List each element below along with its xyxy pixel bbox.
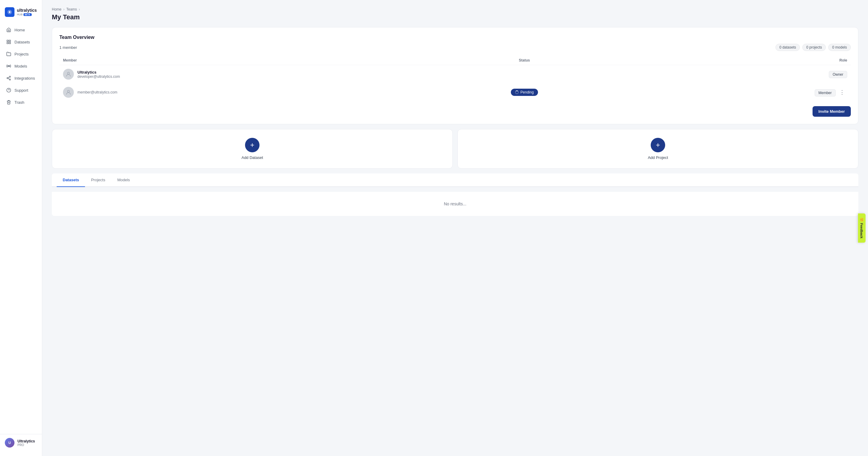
- member-details-1: Ultralytics developer@ultralytics.com: [78, 70, 120, 79]
- datasets-icon: [6, 39, 11, 45]
- add-dataset-icon: +: [245, 138, 259, 152]
- member-role-1: Owner: [623, 65, 851, 84]
- sidebar-item-datasets[interactable]: Datasets: [2, 36, 39, 48]
- col-status: Status: [426, 56, 623, 65]
- member-email-2: member@ultralytics.com: [78, 90, 117, 94]
- sidebar-nav: Home Datasets Projects: [0, 24, 42, 434]
- feedback-button[interactable]: 🙂 Feedback: [858, 213, 866, 243]
- invite-member-button[interactable]: Invite Member: [812, 106, 851, 117]
- projects-icon: [6, 51, 11, 57]
- col-member: Member: [59, 56, 426, 65]
- sidebar-item-support[interactable]: Support: [2, 84, 39, 96]
- breadcrumb: Home › Teams ›: [52, 7, 858, 11]
- table-row: member@ultralytics.com Pending Member ⋮: [59, 83, 851, 101]
- svg-rect-2: [9, 40, 10, 41]
- pending-badge: Pending: [511, 89, 538, 96]
- team-overview-card: Team Overview 1 member 0 datasets 0 proj…: [52, 27, 858, 124]
- svg-point-8: [9, 79, 10, 80]
- sidebar-item-trash[interactable]: Trash: [2, 96, 39, 108]
- member-role-2: Member ⋮: [623, 83, 851, 101]
- sidebar-label-projects: Projects: [14, 52, 29, 56]
- more-options-button[interactable]: ⋮: [837, 88, 847, 97]
- member-email-1: developer@ultralytics.com: [78, 75, 120, 79]
- sidebar-label-home: Home: [14, 28, 25, 32]
- sidebar-item-projects[interactable]: Projects: [2, 48, 39, 60]
- hub-label: HUB: [17, 13, 23, 16]
- sidebar: ultralytics HUB BETA Home: [0, 0, 42, 456]
- add-project-label: Add Project: [648, 155, 668, 160]
- support-icon: [6, 87, 11, 93]
- member-status-2: Pending: [426, 83, 623, 101]
- breadcrumb-teams[interactable]: Teams: [66, 7, 77, 11]
- member-avatar-2: [63, 87, 74, 98]
- datasets-stat: 0 datasets: [775, 44, 800, 51]
- member-avatar-1: [63, 69, 74, 80]
- trash-icon: [6, 99, 11, 105]
- breadcrumb-home[interactable]: Home: [52, 7, 61, 11]
- role-badge-owner: Owner: [829, 71, 847, 78]
- add-cards-row: + Add Dataset + Add Project: [52, 129, 858, 169]
- svg-rect-3: [7, 42, 8, 44]
- beta-badge: BETA: [24, 13, 32, 16]
- team-overview-title: Team Overview: [59, 35, 851, 40]
- col-role: Role: [623, 56, 851, 65]
- feedback-icon: 🙂: [860, 218, 864, 222]
- stat-badges: 0 datasets 0 projects 0 models: [775, 44, 851, 51]
- logo-text: ultralytics HUB BETA: [17, 8, 37, 16]
- svg-point-6: [9, 76, 10, 77]
- svg-point-7: [7, 78, 8, 79]
- sidebar-footer: U Ultralytics PRO: [0, 434, 42, 451]
- add-project-card[interactable]: + Add Project: [458, 129, 858, 169]
- add-project-icon: +: [651, 138, 665, 152]
- svg-point-14: [67, 90, 70, 92]
- models-icon: [6, 63, 11, 69]
- sidebar-label-models: Models: [14, 64, 27, 68]
- table-row: Ultralytics developer@ultralytics.com Ow…: [59, 65, 851, 84]
- member-count: 1 member: [59, 45, 77, 50]
- tabs-section: Datasets Projects Models No results...: [52, 173, 858, 216]
- tab-projects[interactable]: Projects: [85, 173, 111, 187]
- tab-datasets[interactable]: Datasets: [57, 173, 85, 187]
- pending-label: Pending: [521, 90, 534, 94]
- integrations-icon: [6, 76, 11, 81]
- brand-name: ultralytics: [17, 8, 37, 12]
- avatar: U: [5, 438, 14, 448]
- main-content: Home › Teams › My Team Team Overview 1 m…: [42, 0, 868, 456]
- logo-icon: [5, 7, 14, 17]
- team-stats-row: 1 member 0 datasets 0 projects 0 models: [59, 44, 851, 51]
- svg-rect-1: [7, 40, 8, 41]
- no-results: No results...: [52, 192, 858, 216]
- user-name: Ultralytics: [18, 439, 35, 443]
- role-badge-member: Member: [815, 89, 836, 96]
- svg-line-9: [8, 78, 10, 79]
- sidebar-item-integrations[interactable]: Integrations: [2, 73, 39, 84]
- add-dataset-label: Add Dataset: [241, 155, 263, 160]
- home-icon: [6, 27, 11, 33]
- svg-rect-4: [9, 42, 10, 44]
- member-status-1: [426, 65, 623, 84]
- feedback-label: Feedback: [860, 223, 864, 238]
- logo: ultralytics HUB BETA: [0, 5, 42, 24]
- sidebar-label-datasets: Datasets: [14, 40, 30, 44]
- sidebar-label-trash: Trash: [14, 100, 24, 105]
- member-details-2: member@ultralytics.com: [78, 90, 117, 94]
- user-plan: PRO: [18, 443, 35, 447]
- members-table: Member Status Role: [59, 56, 851, 101]
- sidebar-label-integrations: Integrations: [14, 76, 35, 81]
- member-info: Ultralytics developer@ultralytics.com: [63, 69, 423, 80]
- models-stat: 0 models: [828, 44, 851, 51]
- invite-row: Invite Member: [59, 106, 851, 117]
- projects-stat: 0 projects: [802, 44, 826, 51]
- breadcrumb-sep-2: ›: [79, 7, 80, 11]
- svg-point-13: [67, 72, 70, 74]
- sidebar-item-home[interactable]: Home: [2, 24, 39, 36]
- svg-point-5: [8, 65, 9, 67]
- page-title: My Team: [52, 13, 858, 21]
- tab-models[interactable]: Models: [111, 173, 136, 187]
- user-info: Ultralytics PRO: [18, 439, 35, 447]
- sidebar-item-models[interactable]: Models: [2, 60, 39, 72]
- member-info-2: member@ultralytics.com: [63, 87, 423, 98]
- sidebar-label-support: Support: [14, 88, 28, 93]
- breadcrumb-sep-1: ›: [63, 7, 64, 11]
- add-dataset-card[interactable]: + Add Dataset: [52, 129, 453, 169]
